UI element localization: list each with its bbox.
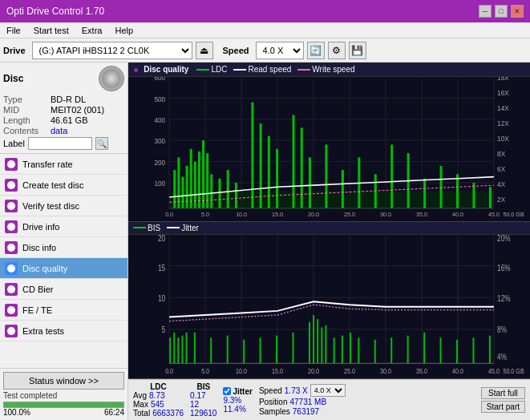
disc-label-input[interactable] — [28, 137, 92, 150]
nav-icon-fe-te — [5, 304, 18, 317]
nav-icon-transfer-rate — [5, 158, 18, 171]
svg-rect-52 — [206, 153, 208, 208]
nav-create-test-disc[interactable]: Create test disc — [0, 175, 127, 196]
nav-extra-tests[interactable]: Extra tests — [0, 321, 127, 341]
svg-text:25.0: 25.0 — [344, 367, 355, 375]
minimize-button[interactable]: ─ — [479, 5, 492, 18]
svg-text:35.0: 35.0 — [416, 367, 427, 375]
svg-text:8X: 8X — [497, 150, 505, 158]
svg-rect-62 — [301, 127, 303, 208]
svg-text:10.0: 10.0 — [236, 367, 247, 375]
disc-icon — [99, 66, 124, 91]
svg-text:20.0: 20.0 — [308, 211, 319, 218]
svg-text:30.0: 30.0 — [380, 211, 391, 218]
nav-disc-info[interactable]: Disc info — [0, 237, 127, 258]
stats-bis-max-row: 12 — [190, 400, 216, 409]
disc-mid-value: MEIT02 (001) — [51, 105, 104, 115]
svg-text:30.0: 30.0 — [380, 367, 391, 375]
svg-text:6X: 6X — [497, 165, 505, 173]
refresh-button[interactable]: 🔄 — [307, 42, 325, 59]
svg-text:25.0: 25.0 — [344, 211, 355, 218]
start-part-button[interactable]: Start part — [481, 401, 525, 413]
stats-buttons: Start full Start part — [481, 387, 525, 413]
title-bar: Opti Drive Control 1.70 ─ □ ✕ — [0, 0, 530, 22]
svg-rect-43 — [169, 192, 494, 208]
svg-text:10.0: 10.0 — [236, 211, 247, 218]
save-button[interactable]: 💾 — [349, 42, 366, 59]
stats-jitter-avg: 9.3% — [223, 396, 241, 405]
svg-rect-50 — [198, 151, 200, 208]
svg-rect-135 — [440, 337, 442, 363]
svg-text:40.0: 40.0 — [452, 211, 463, 218]
nav-label-create-test-disc: Create test disc — [22, 180, 83, 190]
svg-rect-119 — [260, 337, 261, 363]
svg-rect-68 — [390, 144, 393, 208]
nav-icon-create-test-disc — [5, 179, 18, 192]
sidebar: Disc Type BD-R DL MID MEIT02 (001) Lengt… — [0, 63, 128, 420]
svg-text:0.0: 0.0 — [165, 367, 173, 375]
menu-help[interactable]: Help — [111, 25, 136, 36]
svg-text:5: 5 — [161, 325, 165, 333]
settings-button[interactable]: ⚙ — [328, 42, 346, 59]
legend-ldc-color — [196, 69, 209, 71]
svg-text:15: 15 — [158, 264, 165, 273]
stats-bis-avg: 0.17 — [190, 391, 205, 400]
svg-rect-136 — [456, 339, 458, 362]
legend-read-label: Read speed — [248, 65, 291, 74]
disc-mid-key: MID — [3, 105, 47, 115]
speed-dropdown[interactable]: 4.0 X — [310, 384, 346, 397]
menu-extra[interactable]: Extra — [79, 25, 106, 36]
start-full-button[interactable]: Start full — [481, 387, 525, 399]
stats-ldc-avg-row: Avg 8.73 — [133, 391, 184, 400]
svg-rect-113 — [181, 335, 183, 363]
svg-rect-116 — [210, 337, 212, 363]
svg-rect-58 — [260, 123, 262, 208]
menu-bar: File Start test Extra Help — [0, 22, 530, 38]
stats-position-value: 47731 MB — [289, 398, 326, 406]
status-window-button[interactable]: Status window >> — [3, 372, 124, 390]
svg-text:10X: 10X — [497, 135, 509, 143]
nav-icon-disc-info — [5, 241, 18, 254]
svg-text:45.0: 45.0 — [488, 367, 500, 375]
stats-bis-max: 12 — [190, 400, 199, 409]
svg-text:50.0 GB: 50.0 GB — [503, 211, 524, 218]
svg-text:16X: 16X — [497, 89, 509, 97]
stats-ldc-total: 6663376 — [152, 409, 184, 418]
svg-rect-123 — [313, 315, 314, 363]
svg-text:50.0 GB: 50.0 GB — [503, 367, 524, 375]
svg-rect-122 — [309, 321, 310, 362]
svg-rect-53 — [210, 174, 212, 208]
stats-jitter-label: Jitter — [233, 387, 252, 396]
menu-start-test[interactable]: Start test — [30, 25, 72, 36]
nav-drive-info[interactable]: Drive info — [0, 216, 127, 237]
eject-button[interactable]: ⏏ — [196, 42, 213, 59]
chart-header-icon: ● — [133, 64, 139, 75]
stats-samples-row: Samples 763197 — [259, 407, 346, 416]
maximize-button[interactable]: □ — [495, 5, 508, 18]
nav-transfer-rate[interactable]: Transfer rate — [0, 154, 127, 175]
legend-ldc-label: LDC — [211, 65, 227, 74]
progress-bar-fill — [4, 402, 123, 407]
disc-label-icon-button[interactable]: 🔍 — [95, 137, 108, 150]
stats-avg-label: Avg — [133, 391, 147, 400]
drive-select[interactable]: (G:) ATAPI iHBS112 2 CL0K — [32, 42, 192, 59]
nav-verify-test-disc[interactable]: Verify test disc — [0, 196, 127, 216]
window-controls: ─ □ ✕ — [479, 5, 524, 18]
nav-disc-quality[interactable]: Disc quality — [0, 258, 127, 279]
svg-rect-138 — [489, 335, 491, 363]
legend-write-label: Write speed — [312, 65, 354, 74]
svg-text:12%: 12% — [497, 294, 510, 303]
menu-file[interactable]: File — [3, 25, 24, 36]
stats-speed-label: Speed — [259, 386, 282, 395]
speed-select[interactable]: 4.0 X — [256, 42, 304, 59]
nav-cd-bier[interactable]: CD Bier — [0, 279, 127, 300]
nav-fe-te[interactable]: FE / TE — [0, 300, 127, 321]
stats-speed-value: 1.73 X — [285, 386, 308, 395]
progress-time: 66:24 — [104, 408, 124, 417]
svg-text:8%: 8% — [497, 325, 507, 333]
svg-rect-133 — [407, 335, 409, 363]
svg-text:20: 20 — [158, 235, 165, 243]
svg-rect-115 — [194, 332, 196, 362]
jitter-checkbox[interactable] — [223, 387, 231, 395]
close-button[interactable]: ✕ — [511, 5, 524, 18]
